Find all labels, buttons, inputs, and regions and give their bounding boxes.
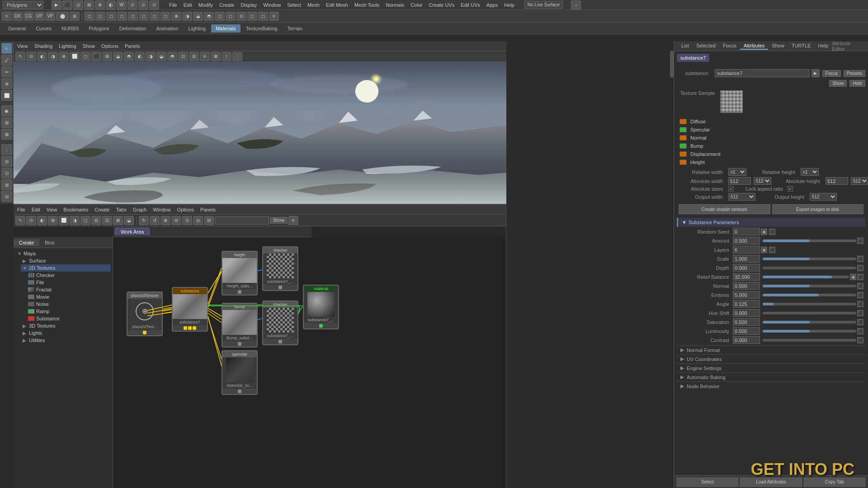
menu-edit-uvs[interactable]: Edit UVs: [461, 2, 480, 8]
create-shader-btn[interactable]: Create shader network: [679, 204, 770, 214]
param-luminosity-key-btn[interactable]: ⬛: [857, 328, 863, 334]
channel-specular[interactable]: Specular: [677, 126, 865, 134]
graph-menu-view[interactable]: View: [47, 207, 57, 212]
abs-width-input[interactable]: [728, 177, 751, 185]
tb-btn-10[interactable]: ◻: [106, 12, 116, 21]
param-contrast-slider[interactable]: [763, 339, 856, 342]
node-checker2[interactable]: checker substance7_...: [262, 300, 298, 345]
abs-width-select[interactable]: 512: [754, 177, 771, 185]
graph-menu-graph[interactable]: Graph: [133, 207, 147, 212]
export-images-btn[interactable]: Export images to disk: [772, 204, 864, 214]
texture-substance[interactable]: Substance: [26, 315, 111, 322]
param-saturation-slider[interactable]: [763, 321, 856, 324]
texture-fractal[interactable]: Fractal: [26, 286, 111, 293]
output-width-select[interactable]: 512: [728, 193, 755, 201]
output-height-select[interactable]: 512: [810, 193, 837, 201]
menu-apps[interactable]: Apps: [486, 2, 498, 8]
gt-btn-14[interactable]: ⊕: [160, 216, 170, 225]
toolbar-rotate-btn[interactable]: ◎: [73, 0, 83, 9]
vp-menu-lighting[interactable]: Lighting: [59, 43, 76, 49]
collapse-engine-settings[interactable]: ▶ Engine Settings: [677, 363, 865, 372]
menu-display[interactable]: Display: [241, 2, 257, 8]
show-btn[interactable]: Show: [829, 80, 847, 87]
select-tool-btn[interactable]: ↖: [1, 43, 12, 54]
substance-expand-btn[interactable]: ▶: [811, 69, 820, 77]
collapse-auto-baking[interactable]: ▶ Automatic Baking: [677, 372, 865, 381]
param-random-seed-reset-btn[interactable]: ⬛: [769, 229, 775, 235]
tb-btn-8[interactable]: ◻: [85, 12, 94, 21]
param-angle-slider[interactable]: [763, 303, 856, 305]
tb-btn-13[interactable]: ◻: [139, 12, 149, 21]
tb-btn-15[interactable]: ◻: [160, 12, 170, 21]
param-layers-reset-btn[interactable]: ⬛: [769, 247, 775, 253]
node-name-badge[interactable]: substance7: [677, 54, 709, 62]
graph-filter-input[interactable]: [215, 216, 269, 225]
abs-height-input[interactable]: [826, 177, 848, 185]
gt-btn-5[interactable]: ⬜: [59, 216, 69, 225]
gt-btn-12[interactable]: ↻: [139, 216, 149, 225]
collapse-normal-format[interactable]: ▶ Normal Format: [677, 345, 865, 354]
tool11-btn[interactable]: ⊡: [1, 168, 12, 178]
gt-btn-3[interactable]: ◐: [37, 216, 47, 225]
param-contrast-key-btn[interactable]: ⬛: [857, 337, 863, 343]
gt-btn-19[interactable]: ≡: [288, 216, 298, 225]
param-random-seed-key-btn[interactable]: ◆: [761, 229, 767, 235]
param-relief-reset-btn[interactable]: ⬛: [857, 274, 863, 280]
footer-select-btn[interactable]: Select: [677, 478, 738, 487]
tool9-btn[interactable]: ⋮: [1, 144, 12, 155]
tb-btn-22[interactable]: ⊙: [236, 12, 246, 21]
param-scale-value[interactable]: [733, 255, 760, 263]
graph-menu-window[interactable]: Window: [153, 207, 170, 212]
texture-movie[interactable]: Movie: [26, 293, 111, 300]
main-scrollbar-thumb[interactable]: [670, 51, 674, 78]
vp-menu-options[interactable]: Options: [101, 43, 118, 49]
vp-icon-6[interactable]: ⬜: [70, 52, 80, 61]
tb-btn-6[interactable]: ⬤: [56, 12, 69, 21]
channel-bump[interactable]: Bump: [677, 142, 865, 150]
graph-menu-tabs[interactable]: Tabs: [116, 207, 126, 212]
menu-color[interactable]: Color: [410, 2, 422, 8]
vp-icon-20[interactable]: ↕: [222, 52, 231, 61]
tool5-btn[interactable]: ⬜: [1, 90, 12, 101]
menu-help[interactable]: Help: [504, 2, 514, 8]
tb-btn-18[interactable]: ◒: [193, 12, 203, 21]
substance-input[interactable]: [715, 69, 810, 77]
param-amount-value[interactable]: [733, 237, 760, 244]
vp-icon-16[interactable]: ⊡: [178, 52, 188, 61]
tab-animation[interactable]: Animation: [152, 24, 183, 33]
texture-sample-preview[interactable]: [720, 90, 743, 113]
tb-btn-20[interactable]: ◻: [215, 12, 225, 21]
collapse-uv-coordinates[interactable]: ▶ UV Coordinates: [677, 354, 865, 363]
vp-icon-2[interactable]: ⊙: [26, 52, 36, 61]
tb-btn-25[interactable]: ≡: [269, 12, 279, 21]
attr-tab-attributes[interactable]: Attributes: [740, 42, 768, 50]
param-contrast-value[interactable]: [733, 336, 760, 344]
tool10-btn[interactable]: ⊟: [1, 156, 12, 167]
menu-create-uvs[interactable]: Create UVs: [429, 2, 454, 8]
rel-height-select[interactable]: x1: [801, 168, 819, 176]
node-canvas[interactable]: place2dTexture ⊕ place2dText... substanc…: [113, 237, 506, 488]
gt-btn-4[interactable]: ⊞: [48, 216, 58, 225]
menu-mesh-tools[interactable]: Mesh Tools: [354, 2, 379, 8]
vp-menu-view[interactable]: View: [17, 43, 28, 49]
attr-tab-focus[interactable]: Focus: [719, 42, 740, 50]
texture-checker[interactable]: Checker: [26, 272, 111, 279]
param-hue-value[interactable]: [733, 309, 760, 317]
vp-icon-10[interactable]: ◒: [113, 52, 123, 61]
param-depth-slider[interactable]: [763, 267, 856, 269]
paint-tool-btn[interactable]: 🖊: [1, 55, 12, 66]
tb-btn-17[interactable]: ◑: [182, 12, 192, 21]
param-relief-key-btn[interactable]: ◆: [850, 274, 856, 280]
tool8-btn[interactable]: ⊠: [1, 129, 12, 140]
param-angle-key-btn[interactable]: ⬛: [857, 301, 863, 307]
vp-icon-17[interactable]: ⊟: [189, 52, 199, 61]
channel-normal[interactable]: Normal: [677, 134, 865, 142]
tab-nurbs[interactable]: NURBS: [57, 24, 84, 33]
menu-mesh[interactable]: Mesh: [307, 2, 320, 8]
vp-icon-21[interactable]: ⋮: [232, 52, 242, 61]
graph-menu-bookmarks[interactable]: Bookmarks: [63, 207, 88, 212]
presets-btn[interactable]: Presets: [844, 70, 865, 77]
hide-btn[interactable]: Hide: [849, 80, 865, 87]
toolbar-universal-btn[interactable]: ⊕: [95, 0, 105, 9]
tab-polygons[interactable]: Polygons: [85, 24, 114, 33]
